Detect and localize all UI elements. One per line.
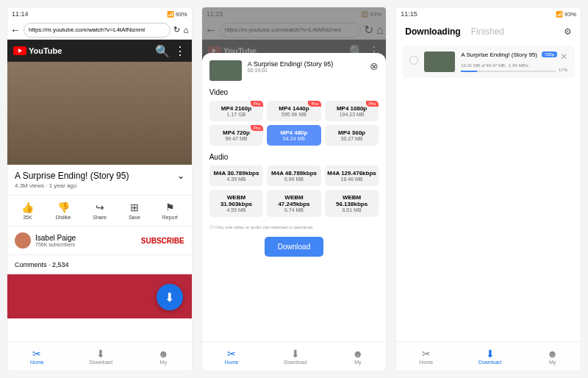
reload-icon[interactable]: ↻ <box>173 25 180 35</box>
bottom-nav: ✂Home ⬇Download ☻My <box>7 341 192 371</box>
video-player[interactable] <box>7 62 192 165</box>
download-item[interactable]: A Surprise Ending! (Story 95) 720p ✕ 16.… <box>402 46 575 78</box>
home-icon[interactable]: ⌂ <box>183 25 188 35</box>
youtube-header: YouTube 🔍 ⋮ <box>7 40 192 62</box>
note-text: ⓘ Only one video or audio can selected t… <box>209 224 379 231</box>
menu-icon[interactable]: ⋮ <box>174 44 186 58</box>
screen-format-selector: 11:15📶93% ←https://m.youtube.com/watch?v… <box>202 7 387 371</box>
sheet-title: A Surprise Ending! (Story 95) <box>248 60 365 68</box>
download-fab[interactable]: ⬇ <box>157 284 183 310</box>
status-bar: 11:14 📶93% <box>7 7 192 21</box>
format-option[interactable]: M4A 129.476kbps18.46 MB <box>325 165 379 186</box>
youtube-logo[interactable]: YouTube <box>13 46 62 55</box>
progress-percent: 17% <box>559 68 567 72</box>
channel-subs: 756K subscribers <box>35 242 137 247</box>
audio-section-label: Audio <box>209 153 379 161</box>
video-options: ProMP4 2160p1.17 GBProMP4 1440p595.96 MB… <box>209 101 379 146</box>
screen-youtube: 11:14 📶93% ← https://m.youtube.com/watch… <box>7 7 192 371</box>
video-section-label: Video <box>209 88 379 96</box>
close-icon[interactable]: ⊗ <box>370 60 379 81</box>
settings-icon[interactable]: ⚙ <box>564 26 572 37</box>
download-title: A Surprise Ending! (Story 95) <box>461 51 538 58</box>
format-option[interactable]: ProMP4 1440p595.96 MB <box>267 101 321 121</box>
save-button[interactable]: ⊞Save <box>129 202 140 220</box>
nav-home[interactable]: ✂Home <box>30 348 44 365</box>
nav-home[interactable]: ✂Home <box>419 348 433 365</box>
nav-download[interactable]: ⬇Download <box>90 348 112 365</box>
video-meta: 4.3M views · 1 year ago <box>15 182 184 189</box>
format-sheet: A Surprise Ending! (Story 95) 00:19:01 ⊗… <box>202 53 387 371</box>
clock: 11:14 <box>12 10 29 18</box>
bottom-nav: ✂Home ⬇Download ☻My <box>396 341 581 371</box>
channel-row[interactable]: Isabel Paige 756K subscribers SUBSCRIBE <box>7 227 192 255</box>
bottom-nav: ✂Home ⬇Download ☻My <box>202 341 387 371</box>
nav-download[interactable]: ⬇Download <box>284 348 306 365</box>
address-bar: ← https://m.youtube.com/watch?v=L4tAfNiz… <box>7 21 192 40</box>
sheet-duration: 00:19:01 <box>248 68 365 73</box>
nav-download[interactable]: ⬇Download <box>478 348 501 365</box>
format-option[interactable]: WEBM 56.138kbps8.01 MB <box>325 190 379 217</box>
back-icon[interactable]: ← <box>10 24 21 36</box>
format-option[interactable]: M4A 48.789kbps6.96 MB <box>267 165 321 186</box>
format-option[interactable]: MP4 480p54.24 MB <box>267 125 321 146</box>
report-button[interactable]: ⚑Report <box>162 202 178 220</box>
download-tabs: Downloading Finished ⚙ <box>396 21 581 43</box>
video-info: A Surprise Ending! (Story 95)⌄ 4.3M view… <box>7 165 192 196</box>
avatar <box>15 232 31 249</box>
format-option[interactable]: ProMP4 720p99.47 MB <box>209 125 264 146</box>
format-option[interactable]: MP4 360p30.27 MB <box>325 125 379 146</box>
download-thumbnail <box>424 51 455 72</box>
subscribe-button[interactable]: SUBSCRIBE <box>141 237 184 245</box>
screen-downloads: 11:15📶93% Downloading Finished ⚙ A Surpr… <box>396 7 581 371</box>
like-button[interactable]: 👍35K <box>21 202 34 220</box>
progress-bar <box>461 71 556 72</box>
audio-options: M4A 30.789kbps4.39 MBM4A 48.789kbps6.96 … <box>209 165 379 217</box>
format-option[interactable]: ProMP4 2160p1.17 GB <box>209 101 264 121</box>
cancel-icon[interactable]: ✕ <box>560 51 567 62</box>
select-checkbox[interactable] <box>409 56 418 65</box>
dislike-button[interactable]: 👎Dislike <box>56 202 71 220</box>
nav-home[interactable]: ✂Home <box>225 348 239 365</box>
status-bar: 11:15📶93% <box>396 7 581 21</box>
nav-my[interactable]: ☻My <box>158 348 169 365</box>
chevron-down-icon[interactable]: ⌄ <box>177 171 184 181</box>
sheet-thumbnail <box>209 60 242 81</box>
comments-row[interactable]: Comments · 2,534 <box>7 255 192 274</box>
action-row: 👍35K 👎Dislike ↪Share ⊞Save ⚑Report <box>7 196 192 227</box>
quality-badge: 720p <box>542 51 557 57</box>
format-option[interactable]: M4A 30.789kbps4.39 MB <box>209 165 264 186</box>
channel-name: Isabel Paige <box>35 234 137 242</box>
tab-downloading[interactable]: Downloading <box>405 26 460 37</box>
url-field[interactable]: https://m.youtube.com/watch?v=L4tAfNiznm… <box>24 23 171 38</box>
format-option[interactable]: WEBM 47.245kbps6.74 MB <box>267 190 321 217</box>
share-button[interactable]: ↪Share <box>93 202 107 220</box>
download-button[interactable]: Download <box>265 237 323 257</box>
nav-my[interactable]: ☻My <box>353 348 364 365</box>
search-icon[interactable]: 🔍 <box>155 44 170 58</box>
format-option[interactable]: WEBM 31.903kbps4.55 MB <box>209 190 264 217</box>
tab-finished[interactable]: Finished <box>471 26 504 37</box>
video-title: A Surprise Ending! (Story 95) <box>15 171 129 181</box>
nav-my[interactable]: ☻My <box>547 348 558 365</box>
format-option[interactable]: ProMP4 1080p194.23 MB <box>325 101 379 121</box>
